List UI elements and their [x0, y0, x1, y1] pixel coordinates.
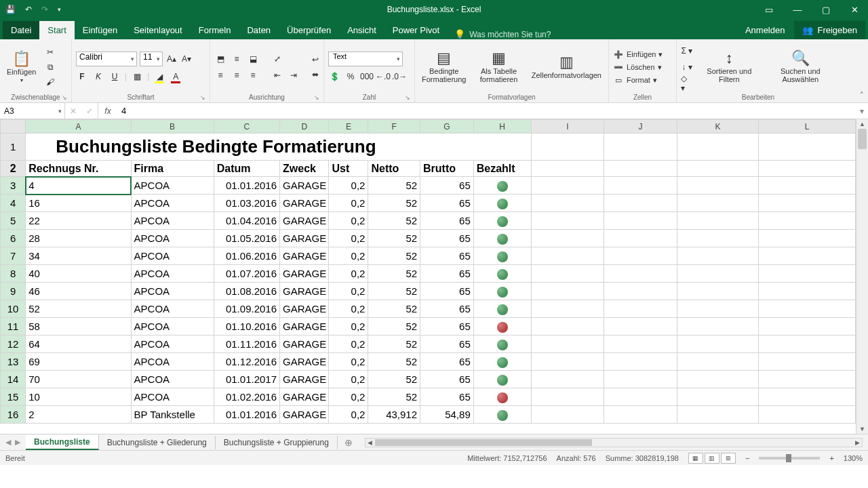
dialog-launcher-icon[interactable]: ↘: [200, 94, 205, 101]
cell-indicator[interactable]: [473, 195, 531, 212]
col-header-E[interactable]: E: [329, 120, 368, 134]
cell-indicator[interactable]: [473, 283, 531, 300]
cell[interactable]: APCOA: [131, 177, 214, 195]
shrink-font-icon[interactable]: A▾: [180, 53, 193, 65]
cell-indicator[interactable]: [473, 247, 531, 265]
cell-indicator[interactable]: [473, 336, 531, 353]
share-button[interactable]: 👥 Freigeben: [794, 21, 865, 39]
redo-icon[interactable]: ↷: [41, 5, 48, 14]
row-header-10[interactable]: 10: [1, 300, 26, 318]
sheet-tab-3[interactable]: Buchungsliste + Gruppierung: [216, 436, 338, 449]
cell[interactable]: 0,2: [329, 388, 368, 406]
cell[interactable]: APCOA: [131, 300, 214, 318]
cell[interactable]: 65: [420, 195, 474, 212]
scroll-left-icon[interactable]: ◀: [366, 439, 375, 447]
table-header[interactable]: Firma: [131, 161, 214, 177]
cell[interactable]: 65: [420, 371, 474, 388]
zoom-level[interactable]: 130%: [844, 454, 863, 462]
font-color-icon[interactable]: A: [170, 70, 182, 83]
table-header[interactable]: Bezahlt: [473, 161, 531, 177]
tab-start[interactable]: Start: [39, 21, 74, 39]
row-header-5[interactable]: 5: [1, 212, 26, 230]
cell[interactable]: 52: [368, 177, 420, 195]
cell-indicator[interactable]: [473, 177, 531, 195]
sort-filter-button[interactable]: ↕Sortieren und Filtern: [698, 49, 760, 85]
cell[interactable]: 69: [26, 353, 131, 371]
tab-review[interactable]: Überprüfen: [279, 21, 339, 39]
align-bottom-icon[interactable]: ⬓: [247, 53, 259, 65]
cell[interactable]: 0,2: [329, 371, 368, 388]
cell[interactable]: 01.04.2016: [214, 212, 279, 230]
confirm-entry-icon[interactable]: ✓: [81, 106, 98, 116]
cell[interactable]: 65: [420, 247, 474, 265]
cell[interactable]: 52: [368, 283, 420, 300]
cell[interactable]: 0,2: [329, 265, 368, 283]
expand-formula-icon[interactable]: ▾: [856, 103, 868, 119]
delete-cells-button[interactable]: ➖Löschen ▾: [613, 63, 663, 72]
table-header[interactable]: Brutto: [420, 161, 474, 177]
cell[interactable]: 65: [420, 212, 474, 230]
cell[interactable]: 65: [420, 283, 474, 300]
cell[interactable]: 0,2: [329, 212, 368, 230]
row-header-6[interactable]: 6: [1, 230, 26, 247]
hscroll-thumb[interactable]: [375, 439, 592, 446]
autosum-icon[interactable]: Σ ▾: [681, 45, 693, 57]
cell[interactable]: 52: [368, 353, 420, 371]
col-header-G[interactable]: G: [420, 120, 474, 134]
row-header-4[interactable]: 4: [1, 195, 26, 212]
cell[interactable]: 0,2: [329, 247, 368, 265]
collapse-ribbon-icon[interactable]: ˄: [860, 91, 864, 100]
cell[interactable]: 58: [26, 318, 131, 336]
align-top-icon[interactable]: ⬒: [214, 53, 226, 65]
decrease-decimal-icon[interactable]: .0→: [393, 70, 406, 83]
cell[interactable]: 65: [420, 318, 474, 336]
tab-formulas[interactable]: Formeln: [191, 21, 239, 39]
cell[interactable]: APCOA: [131, 336, 214, 353]
signin-button[interactable]: Anmelden: [737, 21, 793, 39]
tab-view[interactable]: Ansicht: [339, 21, 384, 39]
row-header-11[interactable]: 11: [1, 318, 26, 336]
cut-icon[interactable]: ✂: [44, 46, 56, 58]
cell[interactable]: 65: [420, 353, 474, 371]
scroll-thumb[interactable]: [858, 129, 867, 149]
align-middle-icon[interactable]: ≡: [231, 53, 243, 65]
merge-center-icon[interactable]: ⬌: [309, 68, 321, 81]
cell[interactable]: 52: [368, 388, 420, 406]
decrease-indent-icon[interactable]: ⇤: [271, 69, 283, 81]
cell-indicator[interactable]: [473, 318, 531, 336]
cell[interactable]: GARAGE: [280, 177, 329, 195]
undo-icon[interactable]: ↶: [25, 5, 32, 14]
row-header-14[interactable]: 14: [1, 371, 26, 388]
cell[interactable]: 01.11.2016: [214, 336, 279, 353]
cell-styles-button[interactable]: ▥Zellenformatvorlagen: [529, 54, 604, 81]
cell[interactable]: GARAGE: [280, 318, 329, 336]
paste-button[interactable]: 📋 Einfügen ▾: [4, 50, 39, 85]
cell[interactable]: GARAGE: [280, 195, 329, 212]
cell[interactable]: 01.09.2016: [214, 300, 279, 318]
cell[interactable]: 52: [368, 212, 420, 230]
format-as-table-button[interactable]: ▦Als Tabelle formatieren: [474, 49, 523, 85]
minimize-icon[interactable]: —: [784, 0, 811, 19]
cell[interactable]: GARAGE: [280, 247, 329, 265]
cell-indicator[interactable]: [473, 371, 531, 388]
cell[interactable]: APCOA: [131, 353, 214, 371]
cell[interactable]: 52: [368, 300, 420, 318]
cell[interactable]: 65: [420, 177, 474, 195]
cell[interactable]: BP Tankstelle: [131, 406, 214, 424]
cell[interactable]: 16: [26, 195, 131, 212]
cell[interactable]: 01.03.2016: [214, 195, 279, 212]
ribbon-options-icon[interactable]: ▭: [755, 0, 783, 19]
row-header-13[interactable]: 13: [1, 353, 26, 371]
cell[interactable]: 01.06.2016: [214, 247, 279, 265]
cell[interactable]: APCOA: [131, 283, 214, 300]
cell-indicator[interactable]: [473, 230, 531, 247]
dialog-launcher-icon[interactable]: ↘: [62, 94, 67, 101]
cell[interactable]: APCOA: [131, 371, 214, 388]
col-header-F[interactable]: F: [368, 120, 420, 134]
dialog-launcher-icon[interactable]: ↘: [314, 94, 319, 101]
cell[interactable]: GARAGE: [280, 406, 329, 424]
title-cell[interactable]: Buchungsliste Bedingte Formatierung: [26, 134, 531, 161]
cell[interactable]: GARAGE: [280, 265, 329, 283]
cell[interactable]: 01.08.2016: [214, 283, 279, 300]
number-format-select[interactable]: Text▾: [328, 52, 403, 66]
